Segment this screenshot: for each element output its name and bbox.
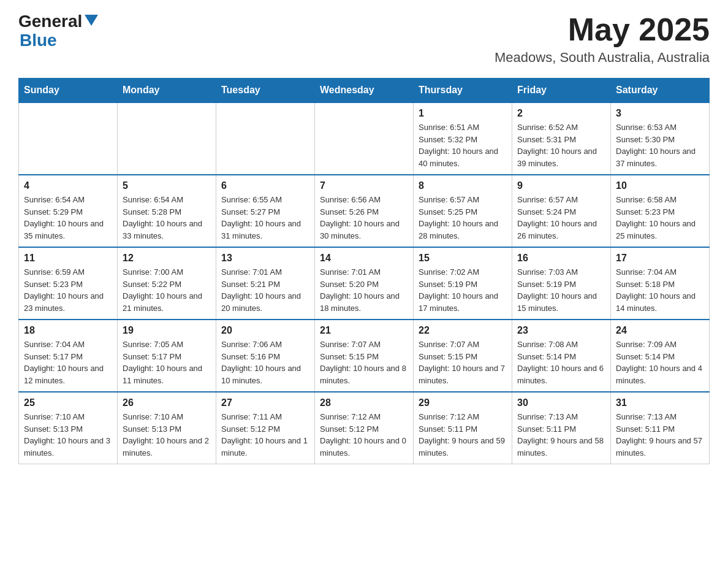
logo: General Blue — [18, 12, 98, 50]
calendar-cell: 18Sunrise: 7:04 AMSunset: 5:17 PMDayligh… — [19, 320, 118, 392]
calendar-cell: 30Sunrise: 7:13 AMSunset: 5:11 PMDayligh… — [512, 392, 611, 464]
day-number: 4 — [24, 180, 112, 191]
calendar-week-row: 4Sunrise: 6:54 AMSunset: 5:29 PMDaylight… — [19, 175, 710, 247]
day-info: Sunrise: 7:05 AMSunset: 5:17 PMDaylight:… — [123, 339, 211, 386]
day-info: Sunrise: 7:06 AMSunset: 5:16 PMDaylight:… — [221, 339, 309, 386]
day-info: Sunrise: 6:54 AMSunset: 5:28 PMDaylight:… — [123, 194, 211, 242]
calendar-cell: 8Sunrise: 6:57 AMSunset: 5:25 PMDaylight… — [414, 175, 512, 247]
day-info: Sunrise: 6:53 AMSunset: 5:30 PMDaylight:… — [616, 121, 704, 169]
day-info: Sunrise: 7:03 AMSunset: 5:19 PMDaylight:… — [517, 266, 605, 314]
day-number: 25 — [24, 397, 112, 408]
calendar-cell: 11Sunrise: 6:59 AMSunset: 5:23 PMDayligh… — [19, 247, 118, 320]
day-number: 27 — [221, 397, 309, 408]
calendar-cell: 6Sunrise: 6:55 AMSunset: 5:27 PMDaylight… — [216, 175, 315, 247]
calendar-cell: 15Sunrise: 7:02 AMSunset: 5:19 PMDayligh… — [414, 247, 512, 320]
calendar-week-row: 18Sunrise: 7:04 AMSunset: 5:17 PMDayligh… — [19, 320, 710, 392]
day-number: 18 — [24, 325, 112, 336]
day-number: 9 — [517, 180, 605, 191]
day-info: Sunrise: 6:56 AMSunset: 5:26 PMDaylight:… — [320, 194, 408, 242]
column-header-thursday: Thursday — [414, 79, 512, 103]
logo-blue-text: Blue — [20, 31, 98, 50]
calendar-week-row: 1Sunrise: 6:51 AMSunset: 5:32 PMDaylight… — [19, 102, 710, 175]
day-number: 21 — [320, 325, 408, 336]
day-number: 17 — [616, 253, 704, 264]
day-info: Sunrise: 7:02 AMSunset: 5:19 PMDaylight:… — [419, 266, 507, 314]
day-number: 13 — [221, 253, 309, 264]
day-info: Sunrise: 7:11 AMSunset: 5:12 PMDaylight:… — [221, 411, 309, 459]
page-header: General Blue May 2025 Meadows, South Aus… — [18, 12, 710, 66]
day-info: Sunrise: 7:13 AMSunset: 5:11 PMDaylight:… — [616, 411, 704, 459]
calendar-cell: 31Sunrise: 7:13 AMSunset: 5:11 PMDayligh… — [611, 392, 710, 464]
day-info: Sunrise: 7:01 AMSunset: 5:20 PMDaylight:… — [320, 266, 408, 314]
calendar-week-row: 25Sunrise: 7:10 AMSunset: 5:13 PMDayligh… — [19, 392, 710, 464]
calendar-cell — [315, 102, 414, 175]
day-number: 12 — [123, 253, 211, 264]
day-info: Sunrise: 6:57 AMSunset: 5:25 PMDaylight:… — [419, 194, 507, 242]
day-number: 28 — [320, 397, 408, 408]
day-number: 8 — [419, 180, 507, 191]
calendar-cell: 23Sunrise: 7:08 AMSunset: 5:14 PMDayligh… — [512, 320, 611, 392]
calendar-header-row: SundayMondayTuesdayWednesdayThursdayFrid… — [19, 79, 710, 103]
calendar-cell: 12Sunrise: 7:00 AMSunset: 5:22 PMDayligh… — [118, 247, 216, 320]
day-number: 3 — [616, 108, 704, 119]
day-number: 26 — [123, 397, 211, 408]
day-info: Sunrise: 6:57 AMSunset: 5:24 PMDaylight:… — [517, 194, 605, 242]
day-info: Sunrise: 7:10 AMSunset: 5:13 PMDaylight:… — [24, 411, 112, 459]
day-info: Sunrise: 7:13 AMSunset: 5:11 PMDaylight:… — [517, 411, 605, 459]
day-number: 5 — [123, 180, 211, 191]
calendar-cell: 5Sunrise: 6:54 AMSunset: 5:28 PMDaylight… — [118, 175, 216, 247]
day-number: 11 — [24, 253, 112, 264]
day-info: Sunrise: 7:12 AMSunset: 5:12 PMDaylight:… — [320, 411, 408, 459]
day-number: 16 — [517, 253, 605, 264]
day-info: Sunrise: 6:59 AMSunset: 5:23 PMDaylight:… — [24, 266, 112, 314]
day-number: 14 — [320, 253, 408, 264]
column-header-friday: Friday — [512, 79, 611, 103]
calendar-cell: 27Sunrise: 7:11 AMSunset: 5:12 PMDayligh… — [216, 392, 315, 464]
calendar-cell — [19, 102, 118, 175]
day-number: 29 — [419, 397, 507, 408]
calendar-cell: 26Sunrise: 7:10 AMSunset: 5:13 PMDayligh… — [118, 392, 216, 464]
calendar-cell: 1Sunrise: 6:51 AMSunset: 5:32 PMDaylight… — [414, 102, 512, 175]
day-info: Sunrise: 7:04 AMSunset: 5:17 PMDaylight:… — [24, 339, 112, 386]
calendar-cell: 3Sunrise: 6:53 AMSunset: 5:30 PMDaylight… — [611, 102, 710, 175]
day-info: Sunrise: 7:00 AMSunset: 5:22 PMDaylight:… — [123, 266, 211, 314]
calendar-cell: 20Sunrise: 7:06 AMSunset: 5:16 PMDayligh… — [216, 320, 315, 392]
day-info: Sunrise: 7:09 AMSunset: 5:14 PMDaylight:… — [616, 339, 704, 386]
calendar-cell: 29Sunrise: 7:12 AMSunset: 5:11 PMDayligh… — [414, 392, 512, 464]
day-info: Sunrise: 6:52 AMSunset: 5:31 PMDaylight:… — [517, 121, 605, 169]
calendar-table: SundayMondayTuesdayWednesdayThursdayFrid… — [18, 78, 710, 464]
day-info: Sunrise: 7:08 AMSunset: 5:14 PMDaylight:… — [517, 339, 605, 386]
calendar-cell: 14Sunrise: 7:01 AMSunset: 5:20 PMDayligh… — [315, 247, 414, 320]
day-number: 22 — [419, 325, 507, 336]
calendar-cell: 24Sunrise: 7:09 AMSunset: 5:14 PMDayligh… — [611, 320, 710, 392]
day-number: 23 — [517, 325, 605, 336]
month-title: May 2025 — [495, 12, 710, 47]
column-header-saturday: Saturday — [611, 79, 710, 103]
day-info: Sunrise: 7:12 AMSunset: 5:11 PMDaylight:… — [419, 411, 507, 459]
location-title: Meadows, South Australia, Australia — [495, 50, 710, 66]
day-info: Sunrise: 7:07 AMSunset: 5:15 PMDaylight:… — [419, 339, 507, 386]
calendar-week-row: 11Sunrise: 6:59 AMSunset: 5:23 PMDayligh… — [19, 247, 710, 320]
day-number: 19 — [123, 325, 211, 336]
calendar-cell: 2Sunrise: 6:52 AMSunset: 5:31 PMDaylight… — [512, 102, 611, 175]
calendar-cell — [216, 102, 315, 175]
day-info: Sunrise: 7:01 AMSunset: 5:21 PMDaylight:… — [221, 266, 309, 314]
day-info: Sunrise: 7:07 AMSunset: 5:15 PMDaylight:… — [320, 339, 408, 386]
calendar-cell: 16Sunrise: 7:03 AMSunset: 5:19 PMDayligh… — [512, 247, 611, 320]
calendar-cell: 4Sunrise: 6:54 AMSunset: 5:29 PMDaylight… — [19, 175, 118, 247]
day-number: 20 — [221, 325, 309, 336]
column-header-monday: Monday — [118, 79, 216, 103]
day-info: Sunrise: 6:58 AMSunset: 5:23 PMDaylight:… — [616, 194, 704, 242]
calendar-cell: 19Sunrise: 7:05 AMSunset: 5:17 PMDayligh… — [118, 320, 216, 392]
header-right: May 2025 Meadows, South Australia, Austr… — [495, 12, 710, 66]
day-info: Sunrise: 7:04 AMSunset: 5:18 PMDaylight:… — [616, 266, 704, 314]
calendar-cell: 10Sunrise: 6:58 AMSunset: 5:23 PMDayligh… — [611, 175, 710, 247]
day-info: Sunrise: 6:54 AMSunset: 5:29 PMDaylight:… — [24, 194, 112, 242]
day-number: 2 — [517, 108, 605, 119]
column-header-wednesday: Wednesday — [315, 79, 414, 103]
day-number: 30 — [517, 397, 605, 408]
day-info: Sunrise: 7:10 AMSunset: 5:13 PMDaylight:… — [123, 411, 211, 459]
logo-triangle-icon — [85, 15, 98, 28]
day-number: 10 — [616, 180, 704, 191]
calendar-cell: 9Sunrise: 6:57 AMSunset: 5:24 PMDaylight… — [512, 175, 611, 247]
